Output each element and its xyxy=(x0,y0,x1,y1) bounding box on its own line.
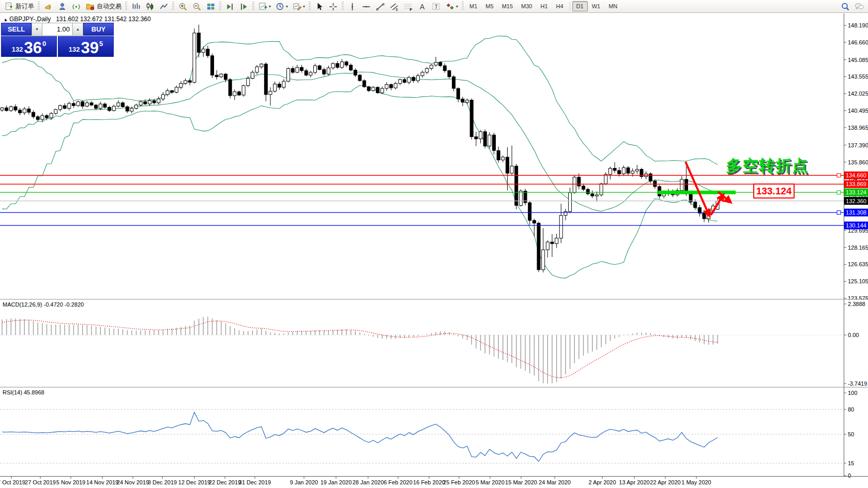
person-glyph xyxy=(57,2,67,11)
toolbar-grip xyxy=(342,2,344,11)
date-tick: 19 Jan 2020 xyxy=(321,479,352,485)
news-horn-icon[interactable] xyxy=(41,0,55,12)
date-tick: 24 Nov 2019 xyxy=(117,479,149,485)
date-tick: 9 Jan 2020 xyxy=(290,479,318,485)
date-tick: 15 Mar 2020 xyxy=(505,479,537,485)
text-label-icon[interactable]: T xyxy=(429,0,443,12)
textA-glyph: A xyxy=(417,2,427,11)
date-tick: 27 Oct 2019 xyxy=(25,479,56,485)
chart-period-icon[interactable]: ▾ xyxy=(273,0,290,12)
community-chat-icon[interactable] xyxy=(852,0,866,12)
price-tick: 145.085 xyxy=(848,57,868,63)
price-label-text: 133.869 xyxy=(846,181,866,187)
timeframe-H1-button[interactable]: H1 xyxy=(536,1,552,11)
timeframe-M30-button[interactable]: M30 xyxy=(517,1,536,11)
tile-windows-icon[interactable] xyxy=(204,0,218,12)
dropdown-arrow-icon: ▾ xyxy=(456,4,458,9)
sell-button[interactable]: SELL xyxy=(1,23,32,36)
price-label-text: 134.660 xyxy=(846,172,866,178)
hline-marker[interactable] xyxy=(837,211,841,215)
svg-text:F: F xyxy=(410,7,413,11)
volume-decrease-button[interactable]: ▼ xyxy=(32,23,42,36)
price-label-text: 132.360 xyxy=(846,198,866,204)
chart-shift-icon[interactable] xyxy=(223,0,237,12)
arrow-objects-icon[interactable]: ▾ xyxy=(443,0,460,12)
equidistant-channel-icon[interactable]: E xyxy=(387,0,401,12)
volume-increase-button[interactable]: ▲ xyxy=(72,23,83,36)
price-tick: 142.025 xyxy=(848,90,868,97)
cursor-icon[interactable] xyxy=(312,0,326,12)
buy-price-display[interactable]: 132 39 5 xyxy=(58,36,114,57)
toolbar-separator xyxy=(570,2,570,11)
shapes-glyph xyxy=(445,2,455,11)
timeframe-MN-button[interactable]: MN xyxy=(604,1,621,11)
timeframe-M1-button[interactable]: M1 xyxy=(465,1,481,11)
vline-glyph xyxy=(347,2,357,11)
green-level-bar[interactable] xyxy=(658,191,736,194)
new-chart-icon[interactable]: ▾ xyxy=(256,0,273,12)
crosshair-icon[interactable] xyxy=(326,0,340,12)
bar-chart-icon[interactable] xyxy=(129,0,143,12)
dropdown-arrow-icon: ▾ xyxy=(303,4,305,9)
svg-text:T: T xyxy=(435,3,438,9)
new-order-icon[interactable]: 新订单 xyxy=(2,0,36,12)
market-watch-icon[interactable] xyxy=(55,0,69,12)
hline-marker[interactable] xyxy=(837,191,841,194)
rsi-axis-tick: 100 xyxy=(848,390,857,396)
date-tick: 25 Feb 2020 xyxy=(443,479,475,485)
date-tick: 22 Apr 2020 xyxy=(650,479,680,485)
timeframe-D1-button[interactable]: D1 xyxy=(572,1,588,11)
volume-input[interactable] xyxy=(42,23,72,36)
price-label-text: 130.144 xyxy=(846,222,866,228)
date-tick: 28 Jan 2020 xyxy=(353,479,384,485)
price-tick: 146.660 xyxy=(848,39,868,45)
sell-price-display[interactable]: 132 36 0 xyxy=(1,36,57,57)
cursor-glyph xyxy=(314,2,324,11)
dropdown-arrow-icon: ▾ xyxy=(286,4,288,9)
date-tick: 14 Nov 2019 xyxy=(86,479,118,485)
buy-button[interactable]: BUY xyxy=(83,23,114,36)
timeframe-M5-button[interactable]: M5 xyxy=(481,1,497,11)
text-icon[interactable]: A xyxy=(415,0,429,12)
chart-plot-area[interactable] xyxy=(0,13,844,476)
zoom-in-icon[interactable] xyxy=(176,0,190,12)
one-click-trade-panel: SELL ▼ ▲ BUY 132 36 0 132 39 5 xyxy=(1,23,114,57)
trendline-glyph xyxy=(375,2,385,11)
fibonacci-icon[interactable]: F xyxy=(401,0,415,12)
candlestick-chart-icon[interactable] xyxy=(143,0,157,12)
date-tick: 5 Mar 2020 xyxy=(476,479,505,485)
zoom-out-icon[interactable] xyxy=(190,0,204,12)
channel-glyph: E xyxy=(389,2,399,11)
sell-price-prefix: 132 xyxy=(12,45,23,53)
indicators-icon[interactable]: ▾ xyxy=(290,0,307,12)
candles-glyph xyxy=(145,2,155,11)
price-callout-box[interactable]: 133.124 xyxy=(753,184,795,199)
macd-axis-tick: 0.00 xyxy=(848,332,859,338)
template-glyph xyxy=(292,2,302,11)
signal-glyph xyxy=(71,2,81,11)
turning-point-note[interactable]: 多空转折点 xyxy=(726,155,809,177)
rsi-indicator-label: RSI(14) 45.8968 xyxy=(3,389,44,395)
vertical-line-icon[interactable] xyxy=(345,0,359,12)
macd-axis-tick: -3.7419 xyxy=(848,380,867,387)
search-icon[interactable] xyxy=(838,0,852,12)
toolbar-grip xyxy=(38,2,40,11)
price-tick: 125.105 xyxy=(848,278,868,284)
horizontal-line-icon[interactable] xyxy=(359,0,373,12)
date-tick: 7 Oct 2019 xyxy=(0,479,25,485)
price-axis[interactable]: 148.190146.660145.085143.555142.025140.4… xyxy=(844,22,868,301)
timeframe-M15-button[interactable]: M15 xyxy=(498,1,517,11)
price-tick: 123.575 xyxy=(848,295,868,301)
signals-icon[interactable] xyxy=(69,0,83,12)
chart-symbol-icon: ▲ xyxy=(3,17,9,23)
tiles-glyph xyxy=(206,2,216,11)
timeframe-H4-button[interactable]: H4 xyxy=(552,1,568,11)
svg-text:A: A xyxy=(420,3,425,11)
auto-trading-icon[interactable]: 自动交易 xyxy=(83,0,124,12)
time-axis[interactable]: 7 Oct 201927 Oct 20195 Nov 201914 Nov 20… xyxy=(0,477,711,485)
trendline-icon[interactable] xyxy=(373,0,387,12)
hline-marker[interactable] xyxy=(837,174,841,177)
line-chart-icon[interactable] xyxy=(157,0,171,12)
auto-scroll-icon[interactable] xyxy=(237,0,251,12)
timeframe-W1-button[interactable]: W1 xyxy=(588,1,605,11)
